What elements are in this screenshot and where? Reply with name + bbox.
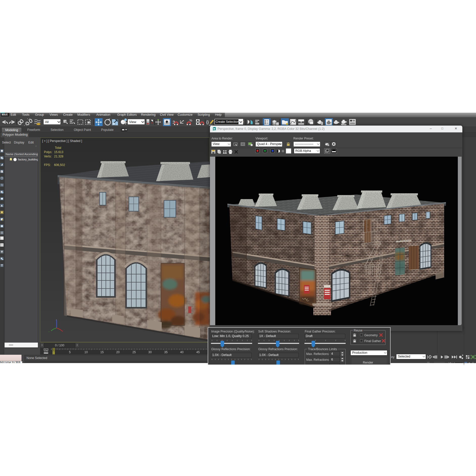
svg-text:40: 40 — [180, 350, 184, 354]
svg-text:30: 30 — [148, 350, 152, 354]
svg-text:z: z — [56, 319, 57, 321]
svg-text:0: 0 — [53, 351, 55, 354]
svg-text:%: % — [189, 119, 192, 122]
svg-text:x: x — [49, 330, 50, 333]
svg-text:15: 15 — [100, 350, 104, 354]
svg-text:5: 5 — [69, 350, 71, 354]
svg-text:{}: {} — [206, 120, 209, 124]
svg-text:Create Selection Se: Create Selection Se — [216, 120, 244, 124]
svg-text:All: All — [45, 120, 49, 124]
svg-text:20: 20 — [116, 350, 120, 354]
svg-text:View: View — [129, 120, 136, 124]
svg-text:10: 10 — [84, 350, 88, 354]
svg-text:P: P — [1, 171, 2, 173]
svg-text:25: 25 — [132, 350, 136, 354]
svg-text:35: 35 — [164, 350, 168, 354]
svg-text:45: 45 — [196, 350, 200, 354]
